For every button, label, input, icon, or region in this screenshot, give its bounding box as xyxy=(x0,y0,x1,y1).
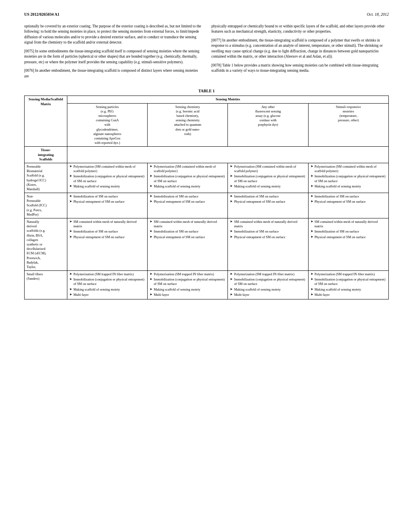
cell-permeable-col3: ➤Polymerization (SM contained within mes… xyxy=(228,163,308,193)
cell-natural-col4: ➤SM contained within mesh of naturally d… xyxy=(308,218,388,271)
patent-date: Oct. 18, 2012 xyxy=(367,12,389,17)
cell-natural-col2: ➤SM contained within mesh of naturally d… xyxy=(148,218,228,271)
cell-nonpermeable-col4: ➤Immobilization of SM on surface ➤Physic… xyxy=(308,193,388,218)
patent-number: US 2012/0265034 A1 xyxy=(24,12,59,17)
table-sub-header-row: Sensing particles(e.g. PEGmicrospheresco… xyxy=(25,103,389,147)
cell-smallfibers-col3: ➤Polymerization (SM trapped IN fiber mat… xyxy=(228,271,308,299)
table-section: TABLE 1 Sensing Media/Scaffold Matrix Se… xyxy=(24,89,389,299)
para-intro-right: physically entrapped or chemically bound… xyxy=(211,24,389,35)
cell-natural-col1: ➤SM contained within mesh of naturally d… xyxy=(67,218,147,271)
para-0076: [0076] In another embodiment, the tissue… xyxy=(24,68,202,79)
tissue-scaffolds-label: Tissue-integratingScaffolds xyxy=(25,147,67,163)
table-title: TABLE 1 xyxy=(24,89,389,93)
col3-header: Any otherfluorescent sensingassay (e.g. … xyxy=(228,103,308,147)
para-intro-left: optionally be covered by an exterior coa… xyxy=(24,24,202,46)
table-row-nonpermeable: Non-PermeableScaffold (ICC)(e.g. Porex,M… xyxy=(25,193,389,218)
cell-nonpermeable-col2: ➤Immobilization of SM on surface ➤Physic… xyxy=(148,193,228,218)
para-0078: [0078] Table 1 below provides a matrix s… xyxy=(211,63,389,74)
table-row-natural: Naturallyderivedscaffolds (e.g.fibrin, B… xyxy=(25,218,389,271)
tissue-scaffolds-row: Tissue-integratingScaffolds xyxy=(25,147,389,163)
scaffold-header: Sensing Media/Scaffold Matrix xyxy=(25,96,67,147)
page-header: US 2012/0265034 A1 Oct. 18, 2012 xyxy=(24,12,389,17)
sensing-moieties-header: Sensing Moieties xyxy=(67,96,388,103)
col2-header: Sensing chemistry(e.g. boronic acidbased… xyxy=(148,103,228,147)
cell-permeable-col4: ➤Polymerization (SM contained within mes… xyxy=(308,163,388,193)
row-header-smallfibers: Small fibers(Sanders) xyxy=(25,271,67,299)
cell-permeable-col2: ➤Polymerization (SM contained within mes… xyxy=(148,163,228,193)
row-header-nonpermeable: Non-PermeableScaffold (ICC)(e.g. Porex,M… xyxy=(25,193,67,218)
cell-smallfibers-col1: ➤Polymerization (SM trapped IN fiber mat… xyxy=(67,271,147,299)
table-main-header-row: Sensing Media/Scaffold Matrix Sensing Mo… xyxy=(25,96,389,103)
cell-smallfibers-col4: ➤Polymerization (SM trapped IN fiber mat… xyxy=(308,271,388,299)
main-table: Sensing Media/Scaffold Matrix Sensing Mo… xyxy=(24,96,389,299)
table-row-permeable: PermeableBiomaterialScaffold (e.g.hydrog… xyxy=(25,163,389,193)
cell-nonpermeable-col3: ➤Immobilization of SM on surface ➤Physic… xyxy=(228,193,308,218)
para-0075: [0075] In some embodiments the tissue-in… xyxy=(24,49,202,65)
right-column: physically entrapped or chemically bound… xyxy=(211,24,389,82)
col4-header: Stimuli responsivemoieties(temperature,p… xyxy=(308,103,388,147)
cell-smallfibers-col2: ➤Polymerization (SM trapped IN fiber mat… xyxy=(148,271,228,299)
table-row-smallfibers: Small fibers(Sanders) ➤Polymerization (S… xyxy=(25,271,389,299)
row-header-natural: Naturallyderivedscaffolds (e.g.fibrin, B… xyxy=(25,218,67,271)
col1-header: Sensing particles(e.g. PEGmicrospheresco… xyxy=(67,103,147,147)
cell-natural-col3: ➤SM contained within mesh of naturally d… xyxy=(228,218,308,271)
row-header-permeable: PermeableBiomaterialScaffold (e.g.hydrog… xyxy=(25,163,67,193)
para-0077: [0077] In another embodiment, the tissue… xyxy=(211,38,389,60)
page: US 2012/0265034 A1 Oct. 18, 2012 optiona… xyxy=(0,0,413,532)
cell-permeable-col1: ➤Polymerization (SM contained within mes… xyxy=(67,163,147,193)
body-columns: optionally be covered by an exterior coa… xyxy=(24,24,389,82)
cell-nonpermeable-col1: ➤Immobilization of SM on surface ➤Physic… xyxy=(67,193,147,218)
left-column: optionally be covered by an exterior coa… xyxy=(24,24,202,82)
